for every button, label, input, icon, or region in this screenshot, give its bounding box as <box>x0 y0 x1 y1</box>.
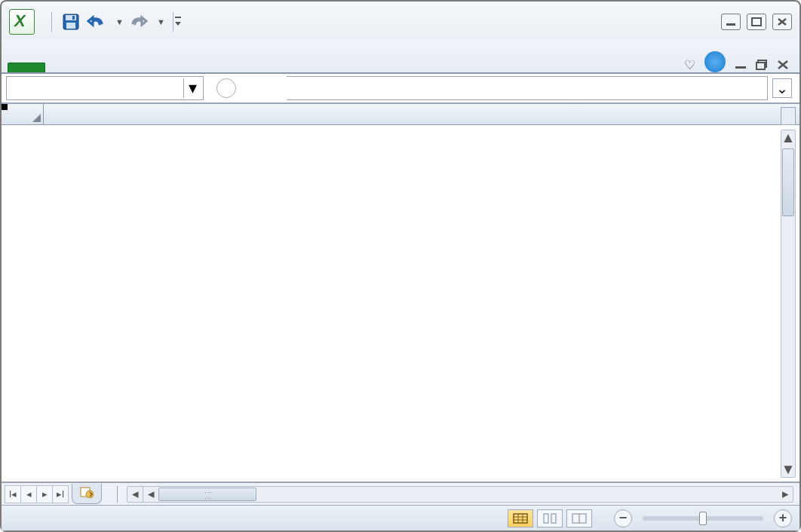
maximize-button[interactable] <box>747 14 766 30</box>
zoom-slider-thumb[interactable] <box>699 512 707 525</box>
zoom-in-button[interactable]: + <box>774 509 792 527</box>
qat-separator <box>51 12 52 32</box>
scroll-down-button[interactable]: ▼ <box>781 462 795 477</box>
help-icon[interactable] <box>704 51 726 72</box>
view-normal-button[interactable] <box>508 509 533 527</box>
redo-button[interactable] <box>128 11 151 33</box>
formula-bar: ▾ ⌄ <box>2 74 799 104</box>
svg-rect-3 <box>72 16 75 20</box>
sheet-nav-prev[interactable]: ◂ <box>20 485 37 503</box>
svg-rect-11 <box>756 63 765 69</box>
title-bar: ▼ ▼ <box>2 2 799 39</box>
view-page-break-button[interactable] <box>566 509 592 527</box>
zoom-out-button[interactable]: − <box>614 509 632 527</box>
zoom-slider[interactable] <box>643 516 763 521</box>
vertical-scroll-thumb[interactable] <box>782 148 794 216</box>
vertical-scrollbar[interactable]: ▲ ▼ <box>781 130 796 478</box>
select-all-corner[interactable] <box>2 104 44 124</box>
sheet-nav-first[interactable]: I◂ <box>5 485 21 503</box>
undo-dropdown[interactable]: ▼ <box>114 17 124 26</box>
scroll-right-button[interactable]: ▸ <box>778 486 793 502</box>
workbook-minimize-button[interactable] <box>732 57 749 72</box>
redo-dropdown[interactable]: ▼ <box>155 17 165 26</box>
spreadsheet-grid <box>2 104 799 482</box>
customize-qat-button[interactable] <box>173 12 183 32</box>
close-button[interactable] <box>772 14 792 30</box>
scroll-left-button[interactable]: ◂ <box>127 486 143 502</box>
status-bar: − + <box>2 505 799 530</box>
undo-button[interactable] <box>87 11 109 33</box>
column-headers <box>2 104 799 125</box>
svg-rect-2 <box>66 23 75 29</box>
scroll-left-inner[interactable]: ◂ <box>143 486 158 502</box>
vertical-split-handle[interactable] <box>781 107 796 125</box>
svg-rect-21 <box>544 514 548 523</box>
svg-rect-9 <box>735 66 746 69</box>
sheet-nav-last[interactable]: ▸I <box>52 485 69 503</box>
expand-formula-bar-button[interactable]: ⌄ <box>772 78 792 98</box>
svg-rect-22 <box>551 514 556 523</box>
ribbon-tabs: ♡ <box>2 39 799 74</box>
svg-rect-6 <box>752 18 761 26</box>
add-sheet-button[interactable] <box>72 484 102 504</box>
ribbon-heart-icon[interactable]: ♡ <box>681 57 698 72</box>
formula-input[interactable] <box>287 76 768 100</box>
minimize-button[interactable] <box>721 14 741 30</box>
sheet-tab-bar: I◂ ◂ ▸ ▸I ◂ ◂ ▸ <box>2 482 799 505</box>
app-window: ▼ ▼ ♡ ▾ <box>0 0 801 532</box>
workbook-close-button[interactable] <box>775 57 791 72</box>
horizontal-scrollbar[interactable]: ◂ ◂ ▸ <box>127 486 793 503</box>
workbook-restore-button[interactable] <box>753 57 770 72</box>
svg-rect-16 <box>514 514 527 523</box>
scroll-up-button[interactable]: ▲ <box>781 130 795 145</box>
sheet-nav-next[interactable]: ▸ <box>36 485 53 503</box>
excel-logo-icon[interactable] <box>9 9 35 35</box>
fx-cancel-icon <box>216 78 236 98</box>
name-box[interactable]: ▾ <box>6 76 204 100</box>
svg-rect-5 <box>726 23 735 26</box>
name-box-dropdown[interactable]: ▾ <box>183 78 201 98</box>
view-page-layout-button[interactable] <box>537 509 563 527</box>
save-button[interactable] <box>60 11 82 33</box>
horizontal-scroll-thumb[interactable] <box>158 488 256 501</box>
tab-file[interactable] <box>8 63 45 72</box>
